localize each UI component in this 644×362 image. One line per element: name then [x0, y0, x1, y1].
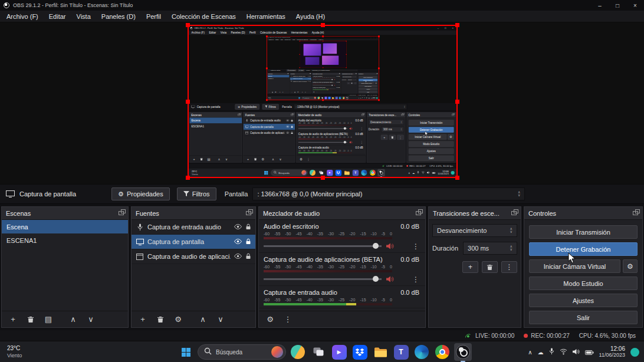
close-button[interactable]: ×: [626, 0, 644, 11]
transition-menu-kebab-icon[interactable]: ⋮: [501, 261, 517, 273]
dock-float-icon[interactable]: [511, 211, 517, 215]
channel-db-value: 0.0 dB: [355, 133, 363, 136]
source-row-audio-input[interactable]: Captura de entrada audio: [132, 220, 255, 235]
dock-float-icon[interactable]: [246, 211, 251, 215]
task-view-icon[interactable]: [310, 343, 327, 361]
source-row-screen-capture[interactable]: Captura de pantalla: [132, 235, 255, 249]
visibility-eye-icon[interactable]: [234, 223, 242, 231]
channel-menu-kebab-icon[interactable]: ⋮: [412, 275, 419, 284]
mixer-menu-kebab-icon[interactable]: ⋮: [283, 315, 293, 324]
clock[interactable]: 12:06 11/06/2023: [599, 345, 625, 358]
volume-slider-thumb[interactable]: [373, 243, 379, 249]
start-button[interactable]: [177, 343, 195, 361]
virtual-camera-settings-button[interactable]: ⚙: [623, 259, 638, 273]
move-source-down-button[interactable]: ∨: [216, 315, 225, 324]
battery-icon[interactable]: [585, 347, 594, 357]
wifi-icon[interactable]: [560, 347, 567, 357]
weather-widget[interactable]: 23°C Viento: [7, 344, 22, 360]
resize-handle-bottom-left[interactable]: [186, 176, 190, 180]
start-streaming-button[interactable]: Iniciar Transmisión: [529, 225, 638, 239]
remove-source-button: [294, 91, 296, 93]
obs-taskbar-icon[interactable]: [454, 343, 472, 361]
edge-icon[interactable]: [413, 343, 431, 361]
maximize-button[interactable]: □: [609, 0, 626, 11]
channel-menu-kebab-icon[interactable]: ⋮: [412, 242, 419, 251]
menu-archivo[interactable]: Archivo (F): [1, 11, 44, 22]
scene-row-escena1[interactable]: ESCENA1: [2, 233, 128, 247]
file-explorer-icon[interactable]: [372, 343, 389, 361]
media-app-icon[interactable]: ▶: [330, 343, 348, 361]
studio-mode-button[interactable]: Modo Estudio: [529, 277, 638, 290]
preview-canvas[interactable]: OBS 29.1.2 - Perfil: Sin Título - Escena…: [0, 22, 644, 184]
stop-recording-button[interactable]: Detener Grabación: [529, 242, 638, 256]
source-row-app-audio[interactable]: Captura de audio de aplicaci...: [132, 249, 255, 264]
mixer-settings-gear-icon[interactable]: ⚙: [265, 315, 275, 324]
visibility-eye-icon[interactable]: [234, 238, 242, 245]
search-box[interactable]: Búsqueda: [198, 344, 286, 360]
move-source-up-button[interactable]: ∧: [198, 315, 208, 324]
volume-slider-thumb[interactable]: [373, 276, 379, 282]
lock-icon[interactable]: [245, 238, 251, 246]
resize-handle-bottom-right[interactable]: [455, 176, 459, 180]
notification-badge[interactable]: [630, 348, 639, 357]
scene-filters-button[interactable]: ▤: [44, 315, 53, 324]
capture-selection[interactable]: OBS 29.1.2 - Perfil: Sin Título - Escena…: [188, 25, 458, 178]
volume-slider[interactable]: [264, 245, 382, 247]
resize-handle-middle-left[interactable]: [186, 100, 190, 104]
add-transition-button[interactable]: +: [462, 261, 478, 273]
resize-handle-top-left[interactable]: [186, 23, 190, 27]
channel-name: Audio del escritorio: [313, 75, 322, 77]
visibility-eye-icon: [286, 131, 289, 134]
minimize-button[interactable]: –: [591, 0, 609, 11]
search-highlight-image[interactable]: [271, 346, 283, 358]
widgets-icon[interactable]: [289, 343, 307, 361]
obs-logo-icon: [190, 27, 192, 29]
move-scene-up-button[interactable]: ∧: [68, 315, 78, 324]
volume-icon[interactable]: [573, 347, 580, 357]
source-properties-button[interactable]: ⚙: [173, 315, 183, 324]
mute-speaker-icon: [334, 85, 335, 86]
duration-spinbox[interactable]: 300 ms ∧∨: [463, 242, 517, 255]
onedrive-cloud-icon: ☁: [412, 172, 415, 175]
remove-scene-button[interactable]: [26, 316, 35, 323]
dock-float-icon[interactable]: [416, 211, 421, 215]
dock-float-icon[interactable]: [119, 211, 124, 215]
menu-herramientas[interactable]: Herramientas: [241, 11, 291, 22]
resize-handle-bottom-middle[interactable]: [321, 176, 325, 180]
visibility-eye-icon[interactable]: [234, 253, 242, 260]
filters-button[interactable]: Filtros: [177, 187, 216, 200]
settings-button[interactable]: Ajustes: [529, 294, 638, 307]
windows-taskbar: 23°C Viento Búsqueda ▶ T: [0, 341, 644, 362]
transition-select[interactable]: Desvanecimiento ∧∨: [432, 224, 517, 237]
dropbox-icon[interactable]: [351, 343, 369, 361]
resize-handle-middle-right[interactable]: [455, 100, 459, 104]
resize-handle-top-middle[interactable]: [321, 23, 325, 27]
mute-speaker-icon[interactable]: [386, 276, 394, 282]
scene-row-escena[interactable]: Escena: [2, 220, 128, 233]
mute-speaker-icon[interactable]: [386, 243, 394, 249]
menu-paneles[interactable]: Paneles (D): [96, 11, 141, 22]
tray-mic-icon[interactable]: [549, 347, 554, 357]
menu-ayuda[interactable]: Ayuda (H): [291, 11, 330, 22]
remove-source-button[interactable]: [156, 316, 165, 323]
lock-icon[interactable]: [245, 253, 251, 261]
teams-icon[interactable]: T: [392, 343, 410, 361]
move-scene-down-button[interactable]: ∨: [86, 315, 96, 324]
exit-button[interactable]: Salir: [529, 311, 638, 324]
menu-vista[interactable]: Vista: [71, 11, 96, 22]
display-select[interactable]: : 1366x768 @ 0,0 (Monitor principal) ∧∨: [252, 187, 525, 200]
tray-chevron-up-icon[interactable]: ∧: [528, 349, 532, 356]
menu-editar[interactable]: Editar: [44, 11, 71, 22]
add-scene-button[interactable]: +: [8, 315, 18, 324]
volume-slider[interactable]: [264, 278, 382, 280]
menu-perfil[interactable]: Perfil: [141, 11, 166, 22]
chrome-icon[interactable]: [433, 343, 451, 361]
add-source-button[interactable]: +: [138, 315, 147, 324]
onedrive-cloud-icon[interactable]: ☁: [538, 349, 544, 356]
properties-button[interactable]: ⚙ Propiedades: [111, 187, 170, 200]
menu-coleccion-escenas[interactable]: Colección de Escenas: [166, 11, 241, 22]
remove-transition-button[interactable]: [482, 261, 498, 273]
resize-handle-top-right[interactable]: [455, 23, 459, 27]
dock-float-icon[interactable]: [633, 211, 638, 215]
lock-icon[interactable]: [245, 223, 251, 231]
